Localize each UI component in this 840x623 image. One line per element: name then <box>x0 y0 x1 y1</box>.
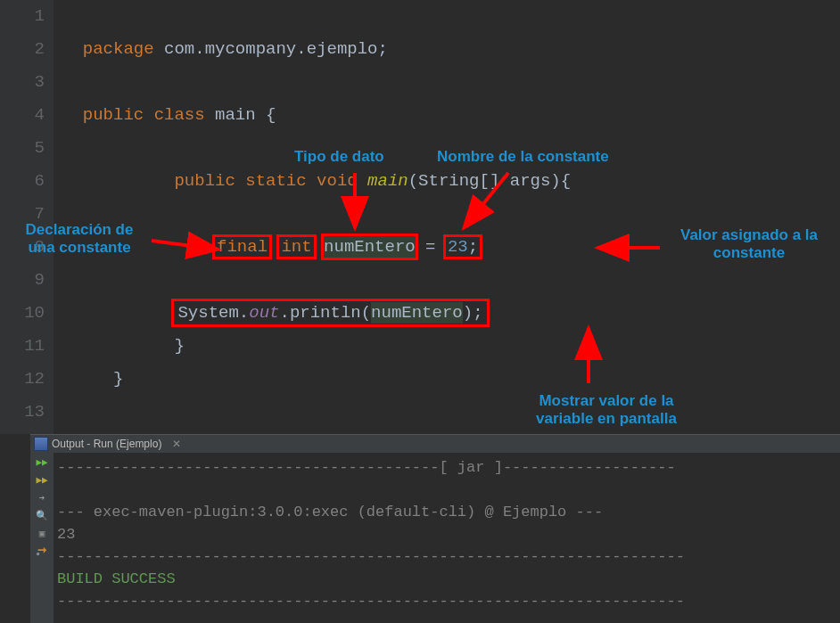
line-number-gutter: 1 2 3 4 5 6 7 8 9 10 11 12 13 <box>0 0 54 434</box>
output-title: Output - Run (Ejemplo) <box>52 438 161 450</box>
paren-close: ) <box>550 171 560 191</box>
line-number: 7 <box>0 198 54 231</box>
stop-icon[interactable]: ➔ <box>35 491 49 504</box>
keyword-public: public <box>83 105 144 125</box>
code-line: public static void main(String[] args){ <box>62 165 571 198</box>
method-println: println <box>290 303 361 323</box>
line-number: 2 <box>0 33 54 66</box>
output-titlebar[interactable]: Output - Run (Ejemplo) ✕ <box>30 435 840 453</box>
assign-operator: = <box>425 237 435 257</box>
line-number: 1 <box>0 0 54 33</box>
dot: . <box>239 303 249 323</box>
param-name: args <box>510 171 551 191</box>
package-name: com.mycompany.ejemplo <box>164 39 377 59</box>
code-line: System.out.println(numEntero); <box>62 297 571 330</box>
line-number: 11 <box>0 330 54 363</box>
keyword-void: void <box>317 171 358 191</box>
semicolon: ; <box>468 237 478 257</box>
line-number: 13 <box>0 396 54 429</box>
code-line: } <box>62 363 571 396</box>
search-icon[interactable]: 🔍 <box>35 509 49 521</box>
svg-point-0 <box>37 553 40 556</box>
output-panel: Output - Run (Ejemplo) ✕ ▶▶ ▶▶ ➔ 🔍 ▣ ---… <box>30 434 840 623</box>
console-line: 23 <box>57 526 75 543</box>
line-number: 6 <box>0 165 54 198</box>
wrap-icon[interactable]: ▣ <box>35 527 49 539</box>
keyword-public: public <box>174 171 235 191</box>
line-number: 9 <box>0 264 54 297</box>
line-number: 8 <box>0 231 54 264</box>
console-line: --- exec-maven-plugin:3.0.0:exec (defaul… <box>57 504 603 521</box>
class-name: main <box>215 105 256 125</box>
variable-ref: numEntero <box>371 302 463 324</box>
output-toolbar: ▶▶ ▶▶ ➔ 🔍 ▣ <box>30 453 54 623</box>
line-number: 5 <box>0 132 54 165</box>
close-icon[interactable]: ✕ <box>172 438 181 450</box>
console-line: ----------------------------------------… <box>57 459 676 476</box>
semicolon: ; <box>473 303 482 323</box>
code-line: } <box>62 330 571 363</box>
line-number: 4 <box>0 99 54 132</box>
output-window-icon <box>34 437 48 451</box>
keyword-class: class <box>154 105 205 125</box>
param-type: String[] <box>418 171 499 191</box>
brace-close: } <box>174 336 184 356</box>
brace-close: } <box>113 369 123 389</box>
brace-open: { <box>266 105 276 125</box>
line-number: 10 <box>0 297 54 330</box>
code-area[interactable]: package com.mycompany.ejemplo; public cl… <box>62 0 571 429</box>
keyword-package: package <box>83 39 154 59</box>
brace-open: { <box>561 171 571 191</box>
settings-icon[interactable] <box>35 545 49 557</box>
paren-open: ( <box>361 303 371 323</box>
build-success-line: BUILD SUCCESS <box>57 570 176 587</box>
keyword-final: final <box>215 237 269 257</box>
code-line: final int numEntero = 23; <box>62 231 571 264</box>
class-system: System <box>177 303 238 323</box>
line-number: 3 <box>0 66 54 99</box>
dot: . <box>279 303 289 323</box>
line-number: 12 <box>0 363 54 396</box>
code-line: public class main { <box>62 99 571 132</box>
console-line: ----------------------------------------… <box>57 593 685 610</box>
paren-open: ( <box>408 171 418 191</box>
console-line: ----------------------------------------… <box>57 548 685 565</box>
literal-int: 23 <box>448 237 468 257</box>
variable-name: numEntero <box>324 236 416 258</box>
method-name: main <box>367 171 408 191</box>
keyword-int: int <box>279 237 313 257</box>
code-editor[interactable]: 1 2 3 4 5 6 7 8 9 10 11 12 13 package co… <box>0 0 840 434</box>
code-line: package com.mycompany.ejemplo; <box>62 33 571 66</box>
run-again-icon[interactable]: ▶▶ <box>35 455 49 468</box>
console-output[interactable]: ----------------------------------------… <box>54 453 840 623</box>
paren-close: ) <box>463 303 473 323</box>
field-out: out <box>249 303 279 323</box>
run-icon[interactable]: ▶▶ <box>35 473 49 486</box>
keyword-static: static <box>245 171 306 191</box>
semicolon: ; <box>378 39 388 59</box>
